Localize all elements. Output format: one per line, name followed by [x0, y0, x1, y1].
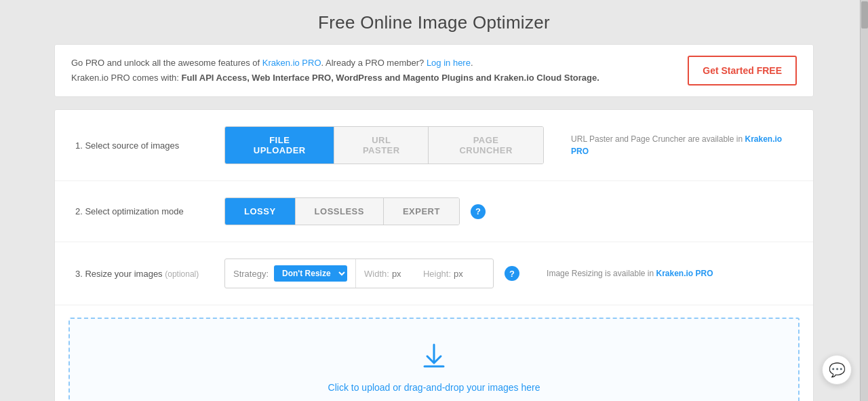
resize-divider [355, 259, 356, 288]
upload-text: Click to upload or drag-and-drop your im… [328, 382, 540, 393]
login-link[interactable]: Log in here [427, 58, 471, 68]
pro-banner-text: Go PRO and unlock all the awesome featur… [71, 56, 599, 85]
step3-note-link[interactable]: Kraken.io PRO [656, 269, 713, 278]
step2-row: 2. Select optimization mode LOSSY LOSSLE… [55, 181, 813, 242]
strategy-label: Strategy: [233, 269, 269, 279]
chat-button[interactable]: 💬 [822, 355, 852, 385]
tab-url-paster[interactable]: URL PASTER [334, 127, 429, 164]
pro-banner-text-end: . [471, 58, 473, 68]
resize-inputs-group: Strategy: Don't Resize Exact Portrait La… [224, 259, 494, 288]
kraken-pro-link[interactable]: Kraken.io PRO [262, 58, 321, 68]
height-label: Height: [423, 269, 451, 279]
step3-row: 3. Resize your images (optional) Strateg… [55, 242, 813, 305]
width-field: Width: [364, 269, 412, 279]
step3-label: 3. Resize your images (optional) [75, 269, 224, 279]
chat-icon: 💬 [829, 362, 846, 378]
upload-icon [418, 339, 450, 372]
step1-row: 1. Select source of images FILE UPLOADER… [55, 110, 813, 181]
height-input[interactable] [454, 269, 474, 279]
step3-note-text: Image Resizing is available in [547, 269, 656, 278]
step3-help-icon[interactable]: ? [505, 266, 519, 281]
step2-tab-group: LOSSY LOSSLESS EXPERT [224, 197, 460, 225]
width-label: Width: [364, 269, 389, 279]
strategy-select[interactable]: Don't Resize Exact Portrait Landscape Au… [274, 265, 347, 282]
pro-banner-text-middle: . Already a PRO member? [321, 58, 427, 68]
width-input[interactable] [392, 269, 412, 279]
step2-help-icon[interactable]: ? [471, 204, 486, 219]
tab-lossless[interactable]: LOSSLESS [296, 198, 384, 225]
pro-banner-line2-start: Kraken.io PRO comes with: [71, 73, 182, 83]
main-card: 1. Select source of images FILE UPLOADER… [54, 109, 814, 401]
step1-tab-group: FILE UPLOADER URL PASTER PAGE CRUNCHER [224, 126, 544, 164]
pro-features-text: Full API Access, Web Interface PRO, Word… [182, 73, 599, 83]
pro-banner: Go PRO and unlock all the awesome featur… [54, 44, 814, 97]
tab-lossy[interactable]: LOSSY [225, 198, 296, 225]
tab-page-cruncher[interactable]: PAGE CRUNCHER [429, 127, 543, 164]
step3-optional: (optional) [165, 269, 199, 279]
tab-expert[interactable]: EXPERT [384, 198, 459, 225]
step3-label-text: 3. Resize your images [75, 269, 163, 279]
page-title: Free Online Image Optimizer [54, 0, 814, 44]
step1-note: URL Paster and Page Cruncher are availab… [571, 133, 793, 157]
step3-note: Image Resizing is available in Kraken.io… [547, 267, 713, 280]
upload-icon-wrap [418, 339, 450, 374]
get-started-button[interactable]: Get Started FREE [688, 56, 797, 85]
step1-note-text: URL Paster and Page Cruncher are availab… [571, 134, 745, 144]
tab-file-uploader[interactable]: FILE UPLOADER [225, 127, 334, 164]
height-field: Height: [423, 269, 474, 279]
upload-area[interactable]: Click to upload or drag-and-drop your im… [68, 318, 800, 401]
step2-label: 2. Select optimization mode [75, 206, 224, 216]
pro-banner-text-start: Go PRO and unlock all the awesome featur… [71, 58, 262, 68]
step1-label: 1. Select source of images [75, 140, 224, 151]
